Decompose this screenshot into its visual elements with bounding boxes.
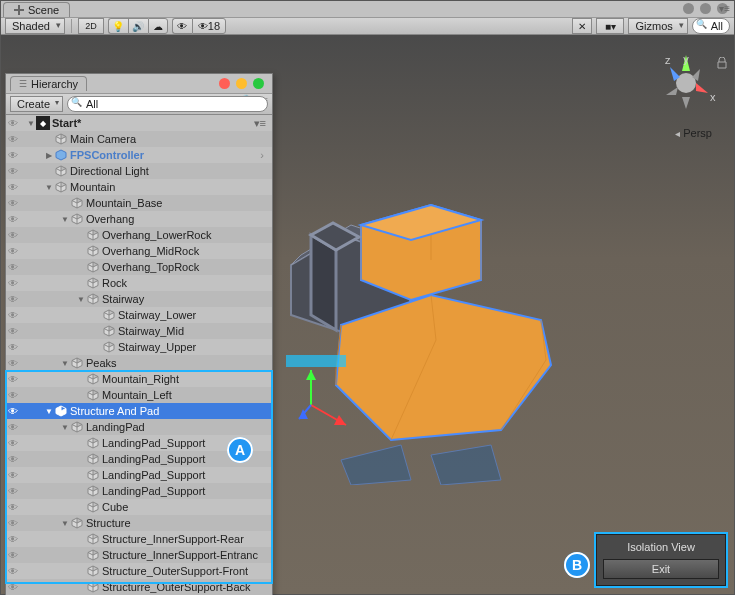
hidden-count[interactable]: 👁 18 <box>192 18 226 34</box>
scene-options-icon[interactable]: ▾≡ <box>254 117 266 130</box>
tree-item[interactable]: 👁LandingPad_Support <box>6 467 272 483</box>
tree-item[interactable]: 👁Mountain_Left <box>6 387 272 403</box>
svg-rect-2 <box>286 355 346 367</box>
tree-item[interactable]: 👁▼Structure <box>6 515 272 531</box>
tree-item[interactable]: 👁Structurre_OuterSupport-Back <box>6 579 272 595</box>
svg-marker-11 <box>696 83 708 93</box>
hierarchy-search-input[interactable]: All <box>67 96 268 112</box>
svg-rect-1 <box>18 5 20 15</box>
tree-item[interactable]: 👁▼Overhang <box>6 211 272 227</box>
expand-icon[interactable]: ▼ <box>26 119 36 128</box>
tree-item[interactable]: 👁Cube <box>6 499 272 515</box>
tab-options-icon[interactable]: ▾≡ <box>719 3 730 14</box>
tree-item-fps[interactable]: 👁▶FPSController› <box>6 147 272 163</box>
3d-model <box>281 165 611 485</box>
hierarchy-tab[interactable]: ☰ Hierarchy <box>10 76 87 91</box>
audio-toggle[interactable]: 🔊 <box>128 18 148 34</box>
chevron-right-icon: › <box>260 149 264 161</box>
isolation-exit-button[interactable]: Exit <box>603 559 719 579</box>
scene-toolbar: Shaded 2D 💡 🔊 ☁ 👁 👁 18 ✕ ■▾ Gizmos All <box>1 17 734 35</box>
tree-item[interactable]: 👁Stairway_Upper <box>6 339 272 355</box>
scene-search-input[interactable]: All <box>692 18 730 34</box>
svg-text:y: y <box>683 53 689 65</box>
tree-item[interactable]: 👁▼LandingPad <box>6 419 272 435</box>
svg-marker-13 <box>666 87 678 95</box>
tree-item[interactable]: 👁Mountain_Right <box>6 371 272 387</box>
isolation-view-panel: Isolation View Exit <box>596 534 726 586</box>
tree-item[interactable]: 👁▼Peaks <box>6 355 272 371</box>
tree-item[interactable]: 👁Mountain_Base <box>6 195 272 211</box>
tree-item[interactable]: 👁▼Mountain <box>6 179 272 195</box>
svg-marker-4 <box>306 370 316 380</box>
orientation-gizmo[interactable]: y x z <box>656 53 716 113</box>
tree-item[interactable]: 👁Rock <box>6 275 272 291</box>
camera-icon[interactable]: ■▾ <box>596 18 624 34</box>
hierarchy-panel: ☰ Hierarchy 🔒 ▾≡ Create All 👁 ▼ ◆ Start*… <box>5 73 273 595</box>
tree-item[interactable]: 👁Main Camera <box>6 131 272 147</box>
svg-marker-15 <box>682 97 690 109</box>
lighting-toggle[interactable]: 💡 <box>108 18 128 34</box>
scene-tab-label: Scene <box>28 4 59 16</box>
scene-tab[interactable]: Scene <box>3 2 70 17</box>
shading-mode-dropdown[interactable]: Shaded <box>5 18 65 34</box>
visibility-icon[interactable]: 👁 <box>6 118 20 129</box>
tree-item[interactable]: 👁Structure_InnerSupport-Rear <box>6 531 272 547</box>
tools-icon[interactable]: ✕ <box>572 18 592 34</box>
callout-b: B <box>564 552 590 578</box>
tree-item[interactable]: 👁Overhang_MidRock <box>6 243 272 259</box>
hidden-toggle[interactable]: 👁 <box>172 18 192 34</box>
fx-toggle[interactable]: ☁ <box>148 18 168 34</box>
unity-icon: ◆ <box>36 116 50 130</box>
tree-item[interactable]: 👁Stairway_Mid <box>6 323 272 339</box>
hierarchy-tree[interactable]: 👁 ▼ ◆ Start* ▾≡ 👁Main Camera 👁▶FPSContro… <box>6 115 272 595</box>
svg-text:x: x <box>710 91 716 103</box>
traffic-lights[interactable] <box>219 78 264 89</box>
gizmos-dropdown[interactable]: Gizmos <box>628 18 687 34</box>
tree-item[interactable]: 👁Overhang_LowerRock <box>6 227 272 243</box>
tree-item[interactable]: 👁LandingPad_Support <box>6 483 272 499</box>
tree-item[interactable]: 👁Overhang_TopRock <box>6 259 272 275</box>
create-dropdown[interactable]: Create <box>10 96 63 112</box>
scene-root[interactable]: 👁 ▼ ◆ Start* ▾≡ <box>6 115 272 131</box>
tree-item[interactable]: 👁Structure_InnerSupport-Entranc <box>6 547 272 563</box>
tree-item[interactable]: 👁▼Stairway <box>6 291 272 307</box>
2d-toggle[interactable]: 2D <box>78 18 104 34</box>
tree-item[interactable]: 👁Structure_OuterSupport-Front <box>6 563 272 579</box>
isolation-title: Isolation View <box>627 541 695 553</box>
projection-label[interactable]: ◂ Persp <box>675 127 712 139</box>
lock-icon[interactable] <box>716 57 728 69</box>
tree-item[interactable]: 👁Directional Light <box>6 163 272 179</box>
callout-a: A <box>227 437 253 463</box>
tree-item-selected[interactable]: 👁▼Structure And Pad <box>6 403 272 419</box>
svg-text:z: z <box>665 54 671 66</box>
tree-item[interactable]: 👁Stairway_Lower <box>6 307 272 323</box>
